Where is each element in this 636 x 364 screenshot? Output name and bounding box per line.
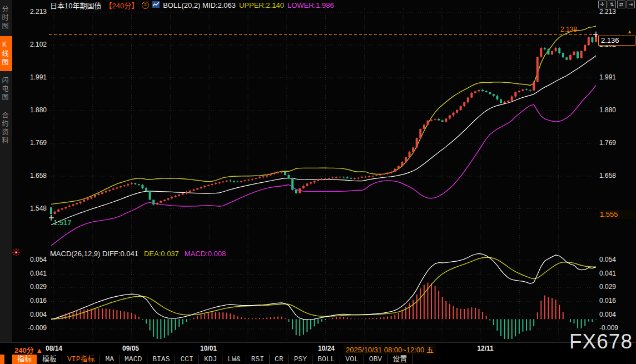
price-axis-right-label: 1.769 xyxy=(599,139,616,147)
macd-macd-label: MACD:0.008 xyxy=(185,250,226,258)
toolbar-tab-kdj[interactable]: KDJ xyxy=(199,355,222,364)
macd-axis-right-label: 0.029 xyxy=(599,283,616,291)
toolbar-tab-rsi[interactable]: RSI xyxy=(246,355,270,364)
toolbar-tab-boll[interactable]: BOLL xyxy=(312,355,340,364)
time-tick-label: 12/11 xyxy=(477,345,493,352)
price-axis-right-label: 1.658 xyxy=(599,172,616,179)
boll-lower-label: LOWER:1.986 xyxy=(287,1,334,9)
toolbar-tab-obv[interactable]: OBV xyxy=(364,355,387,364)
toolbar-tab-vipxx[interactable]: VIP指标 xyxy=(62,355,100,364)
macd-axis-right-label: 0.041 xyxy=(599,270,616,277)
macd-dea-label: DEA:0.037 xyxy=(144,250,179,258)
sidebar-item-lightning-chart[interactable]: 闪电图 xyxy=(0,72,12,106)
main-candlestick-chart[interactable] xyxy=(49,8,598,248)
toolbar-tab-cr[interactable]: CR xyxy=(270,355,289,364)
circle-menu-icon[interactable]: ≡ xyxy=(142,2,149,9)
toolbar-tab-macd[interactable]: MACD xyxy=(120,355,147,364)
chart-header: 日本10年期国债 【240分】 ≡ BOLL(20,2) MID:2.063 U… xyxy=(50,1,334,9)
time-axis: 240分 ▲ 08/1409/0510/0110/2412/112025/10/… xyxy=(0,342,636,355)
toolbar-tab-ma[interactable]: MA xyxy=(100,355,120,364)
price-axis-right-label: 1.880 xyxy=(599,106,616,114)
boll-upper-label: UPPER:2.140 xyxy=(239,1,284,9)
settle-price-box: 1.555 xyxy=(599,210,635,219)
price-axis-right-label: 2.213 xyxy=(599,8,616,16)
time-tick-label: 10/01 xyxy=(200,345,217,352)
macd-axis-right-label: 0.004 xyxy=(599,311,616,318)
high-price-label: 2.138 xyxy=(560,26,577,33)
watermark: FX678 xyxy=(569,330,633,353)
macd-axis-right-label: 0.054 xyxy=(599,256,616,263)
macd-diff-label: MACD(26,12,9) DIFF:0.041 xyxy=(50,250,138,258)
toolbar-tab-xx[interactable]: 设置 xyxy=(387,355,413,364)
toolbar-tab-psy[interactable]: PSY xyxy=(289,355,312,364)
mini-chart-icon xyxy=(152,1,160,9)
instrument-title: 日本10年期国债 xyxy=(50,0,101,11)
macd-indicator-panel[interactable] xyxy=(49,250,598,341)
macd-axis-right-label: 0.016 xyxy=(599,297,616,305)
boll-mid-label: BOLL(20,2) MID:2.063 xyxy=(163,1,236,9)
last-price-box: 2.136 xyxy=(598,36,635,46)
macd-header: MACD(26,12,9) DIFF:0.041 DEA:0.037 MACD:… xyxy=(50,250,226,258)
toolbar-tab-bias[interactable]: BIAS xyxy=(147,355,175,364)
price-axis-right-label: 1.991 xyxy=(599,73,616,81)
toolbar-tab-cci[interactable]: CCI xyxy=(175,355,198,364)
toolbar-tab-lwx[interactable]: LW& xyxy=(222,355,246,364)
selected-bar-time-label: 2025/10/31 08:00~12:00 五 xyxy=(344,344,436,355)
scroll-right-icon[interactable]: ⇥ xyxy=(627,1,635,8)
time-tick-label: 08/14 xyxy=(46,345,62,352)
toolbar-tab-vol[interactable]: VOL xyxy=(340,355,364,364)
chart-tool-buttons: ✛⇅⇄⇥ xyxy=(598,1,635,8)
pan-icon[interactable]: ✛ xyxy=(598,1,607,8)
fit-vertical-axis-icon[interactable]: ⇅ xyxy=(608,1,616,8)
live-indicator-icon xyxy=(12,248,20,258)
sidebar-item-contract-info[interactable]: 合约资料 xyxy=(0,107,12,149)
sidebar-item-timeshare-chart[interactable]: 分时图 xyxy=(0,1,12,35)
sidebar-item-kline-chart[interactable]: K线图 xyxy=(0,36,12,71)
toolbar-accent-stub xyxy=(0,355,4,364)
toolbar-tab-xx[interactable]: 模板 xyxy=(37,355,62,364)
time-tick-label: 09/05 xyxy=(122,345,139,352)
period-selector[interactable]: 240分 ▲ xyxy=(14,345,43,355)
time-tick-label: 10/24 xyxy=(318,345,335,352)
fit-horizontal-axis-icon[interactable]: ⇄ xyxy=(617,1,625,8)
sidebar: 分时图 K线图 闪电图 合约资料 xyxy=(0,0,12,342)
price-up-arrow-icon: ▲ xyxy=(627,29,632,34)
indicator-toolbar: 指标模板VIP指标MAMACDBIASCCIKDJLW&RSICRPSYBOLL… xyxy=(0,355,636,364)
low-price-label: 1.517 xyxy=(53,218,72,227)
toolbar-tab-xx[interactable]: 指标 xyxy=(12,355,37,364)
trading-app-window: 分时图 K线图 闪电图 合约资料 日本10年期国债 【240分】 ≡ BOLL(… xyxy=(0,0,636,364)
period-label: 【240分】 xyxy=(105,0,138,11)
